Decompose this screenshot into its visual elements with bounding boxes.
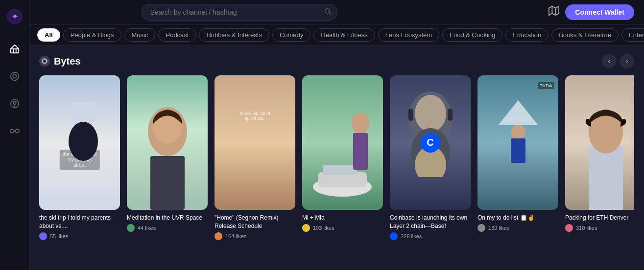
section-title: Bytes (39, 56, 80, 67)
avatar (127, 224, 135, 232)
likes-count: 139 likes (488, 225, 509, 231)
category-tab-health---fitness[interactable]: Health & Fitness (313, 28, 375, 42)
video-title: Mi + Mia (302, 214, 383, 222)
video-thumbnail[interactable] (302, 75, 383, 210)
category-tab-food---cooking[interactable]: Food & Cooking (442, 28, 502, 42)
category-tab-comedy[interactable]: Comedy (272, 28, 310, 42)
category-tab-music[interactable]: Music (124, 28, 156, 42)
video-title: Packing for ETH Denver (565, 214, 634, 222)
avatar (390, 232, 398, 240)
likes-count: 44 likes (138, 225, 156, 231)
video-card[interactable]: Packing for ETH Denver 310 likes (565, 75, 634, 240)
video-meta: 164 likes (215, 232, 295, 240)
video-title: the ski trip i told my parents about vs.… (39, 214, 120, 230)
category-tab-books---literature[interactable]: Books & Literature (551, 28, 619, 42)
bytes-title: Bytes (54, 56, 80, 67)
section-nav-arrows: ‹ › (602, 54, 634, 68)
app-logo[interactable]: ✦ (6, 8, 24, 25)
avatar (302, 224, 310, 232)
likes-count: 310 likes (576, 225, 597, 231)
category-tab-all[interactable]: All (37, 28, 60, 42)
svg-rect-2 (10, 49, 19, 53)
svg-rect-24 (353, 133, 368, 170)
header-right: Connect Wallet (549, 4, 634, 20)
video-thumbnail[interactable]: C (390, 75, 471, 210)
video-meta: 226 likes (390, 232, 471, 240)
video-meta: 55 likes (39, 232, 120, 240)
content-area: Bytes ‹ › the ski trip i toldmy parents … (29, 46, 644, 270)
category-tab-lens-ecosystem[interactable]: Lens Ecosystem (378, 28, 439, 42)
svg-point-3 (13, 74, 16, 78)
video-card[interactable]: If only we couldsplit it out. "Home" (Se… (215, 75, 295, 240)
likes-count: 103 likes (313, 225, 334, 231)
category-tab-entertainment[interactable]: Entertainment (621, 28, 644, 42)
video-thumbnail[interactable]: the ski trip i toldmy parents about (39, 75, 120, 210)
video-meta: 44 likes (127, 224, 208, 232)
svg-point-7 (325, 8, 330, 13)
svg-line-8 (329, 13, 331, 15)
main-content: Connect Wallet AllPeople & BlogsMusicPod… (29, 0, 644, 270)
video-title: Meditation in the UVR Space (127, 214, 208, 222)
category-tab-hobbies---interests[interactable]: Hobbies & Interests (199, 28, 269, 42)
avatar (215, 232, 222, 240)
likes-count: 55 likes (50, 233, 68, 239)
search-icon (324, 7, 332, 17)
category-tab-podcast[interactable]: Podcast (158, 28, 196, 42)
prev-arrow[interactable]: ‹ (602, 54, 617, 68)
infinity-icon[interactable] (7, 123, 23, 139)
category-tab-education[interactable]: Education (505, 28, 549, 42)
video-thumbnail[interactable]: If only we couldsplit it out. (215, 75, 295, 210)
section-header: Bytes ‹ › (39, 54, 634, 68)
video-card[interactable]: C Coinbase is launching its own Layer 2 … (390, 75, 471, 240)
svg-marker-31 (499, 100, 538, 125)
svg-point-32 (511, 125, 525, 139)
svg-point-16 (77, 123, 85, 131)
next-arrow[interactable]: › (620, 54, 634, 68)
svg-rect-33 (511, 138, 525, 163)
video-title: Coinbase is launching its own Layer 2 ch… (390, 214, 471, 230)
video-grid: the ski trip i toldmy parents about the … (39, 75, 634, 240)
video-meta: 139 likes (477, 224, 558, 232)
svg-text:✦: ✦ (11, 12, 18, 22)
video-thumbnail[interactable] (565, 75, 634, 210)
map-icon[interactable] (549, 5, 559, 19)
header: Connect Wallet (29, 0, 644, 24)
video-meta: 103 likes (302, 224, 383, 232)
svg-point-13 (43, 60, 46, 63)
video-thumbnail[interactable]: TikTok (477, 75, 558, 210)
avatar (565, 224, 573, 232)
avatar (477, 224, 485, 232)
svg-point-26 (415, 95, 446, 132)
video-card[interactable]: TikTok On my to do list 📋✌ 139 likes (477, 75, 558, 240)
bytes-section-icon (39, 56, 50, 67)
likes-count: 226 likes (401, 233, 422, 239)
svg-point-6 (13, 101, 16, 104)
search-input[interactable] (142, 4, 337, 21)
likes-count: 164 likes (225, 233, 246, 239)
video-title: "Home" (Segnon Remix) - Release Schedule (215, 214, 295, 230)
home-icon[interactable] (7, 41, 23, 57)
explore-icon[interactable] (7, 96, 23, 112)
avatar (39, 232, 47, 240)
video-card[interactable]: Mi + Mia 103 likes (302, 75, 383, 240)
sidebar: ✦ (0, 0, 29, 270)
svg-rect-18 (150, 156, 185, 210)
svg-point-4 (10, 72, 19, 81)
category-tabs: AllPeople & BlogsMusicPodcastHobbies & I… (29, 24, 644, 46)
video-title: On my to do list 📋✌ (477, 214, 558, 222)
svg-rect-28 (448, 109, 453, 121)
lens-icon[interactable] (7, 68, 23, 84)
video-meta: 310 likes (565, 224, 634, 232)
connect-wallet-button[interactable]: Connect Wallet (565, 4, 634, 20)
video-thumbnail[interactable] (127, 75, 208, 210)
category-tab-people---blogs[interactable]: People & Blogs (63, 28, 121, 42)
video-card[interactable]: the ski trip i toldmy parents about the … (39, 75, 120, 240)
svg-marker-9 (549, 6, 559, 15)
svg-rect-27 (408, 109, 413, 121)
svg-rect-34 (589, 146, 623, 210)
search-bar (142, 4, 337, 21)
video-card[interactable]: Meditation in the UVR Space 44 likes (127, 75, 208, 240)
svg-point-23 (352, 112, 369, 134)
